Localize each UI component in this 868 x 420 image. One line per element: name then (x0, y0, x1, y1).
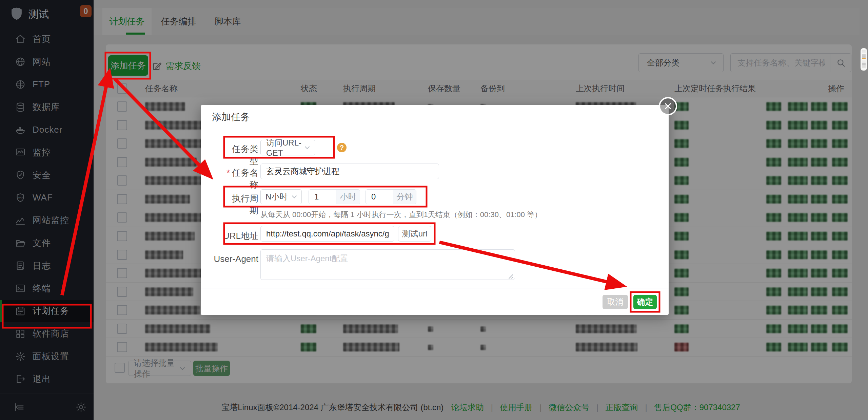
help-icon[interactable]: ? (337, 143, 347, 152)
chevron-down-icon (290, 192, 299, 201)
period-unit-value: N小时 (265, 191, 288, 202)
task-type-value: 访问URL-GET (266, 137, 303, 158)
close-icon[interactable] (659, 97, 677, 115)
url-input[interactable] (260, 226, 394, 242)
url-label: URL地址 (222, 230, 258, 242)
required-asterisk: * (226, 168, 230, 178)
hour-unit-label: 小时 (336, 190, 360, 204)
minute-input-group: 分钟 (366, 189, 416, 204)
test-url-button[interactable]: 测试url (398, 226, 431, 242)
modal-title: 添加任务 (212, 105, 250, 129)
baota-panel-page: 测试 0 首页网站FTP数据库Docker监控安全WAFWAF网站监控文件日志终… (0, 0, 868, 420)
add-task-modal: 添加任务 任务类型 访问URL-GET ? *任务名称 执行周期 N小时 小时 (201, 105, 669, 315)
modal-footer-divider (201, 288, 669, 288)
user-agent-textarea[interactable] (260, 249, 515, 280)
task-type-select[interactable]: 访问URL-GET (260, 140, 315, 155)
task-type-label: 任务类型 (229, 143, 258, 167)
period-hint-text: 从每天从 00:00开始，每隔 1 小时执行一次，直到1天结束（例如：00:30… (260, 210, 542, 220)
hour-input-group: 小时 (309, 189, 360, 204)
user-agent-label: User-Agent (211, 254, 258, 264)
minute-input[interactable] (366, 190, 393, 204)
period-unit-select[interactable]: N小时 (260, 189, 302, 204)
confirm-button[interactable]: 确定 (633, 295, 657, 309)
period-label: 执行周期 (229, 193, 258, 216)
minute-unit-label: 分钟 (393, 190, 416, 204)
task-name-input[interactable] (260, 164, 439, 179)
hour-input[interactable] (309, 190, 336, 204)
scrollbar-thumb[interactable] (861, 48, 867, 71)
cancel-button[interactable]: 取消 (603, 295, 628, 309)
task-name-label: *任务名称 (218, 167, 258, 191)
chevron-down-icon (303, 143, 312, 152)
modal-header-divider (201, 129, 669, 129)
